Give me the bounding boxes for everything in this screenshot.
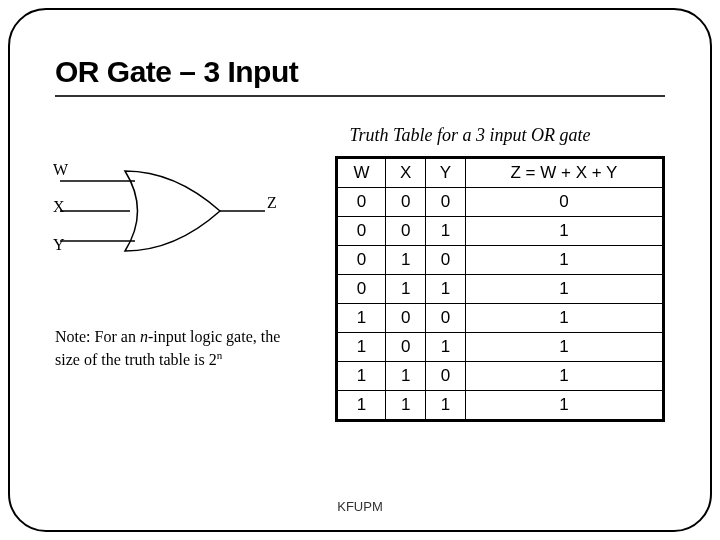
or-gate-diagram: W X Y Z [55,156,285,276]
gate-input-w: W [53,161,68,179]
cell: 1 [426,275,466,304]
cell: 1 [386,391,426,421]
cell: 0 [337,246,386,275]
cell: 0 [426,188,466,217]
cell: 1 [386,246,426,275]
cell: 0 [337,217,386,246]
note-prefix: Note: For an [55,328,140,345]
truth-table: W X Y Z = W + X + Y 0 0 0 0 0 [335,156,665,422]
gate-input-y: Y [53,236,65,254]
table-row: 0 1 1 1 [337,275,664,304]
th-z: Z = W + X + Y [465,158,663,188]
cell: 1 [386,275,426,304]
cell: 0 [337,188,386,217]
cell: 0 [386,304,426,333]
slide-footer: KFUPM [10,499,710,514]
cell: 1 [465,246,663,275]
gate-input-x: X [53,198,65,216]
th-x: X [386,158,426,188]
cell: 1 [465,275,663,304]
table-caption: Truth Table for a 3 input OR gate [275,125,665,146]
cell: 0 [386,333,426,362]
th-w: W [337,158,386,188]
cell: 0 [386,217,426,246]
cell: 1 [337,304,386,333]
cell: 0 [386,188,426,217]
truth-table-body: 0 0 0 0 0 0 1 1 0 1 0 1 [337,188,664,421]
cell: 1 [465,362,663,391]
th-y: Y [426,158,466,188]
footnote: Note: For an n-input logic gate, the siz… [55,326,305,371]
gate-output-z: Z [267,194,277,212]
cell: 1 [426,217,466,246]
cell: 0 [465,188,663,217]
cell: 0 [337,275,386,304]
table-row: 1 1 1 1 [337,391,664,421]
cell: 0 [426,362,466,391]
cell: 0 [426,304,466,333]
slide-frame: OR Gate – 3 Input Truth Table for a 3 in… [8,8,712,532]
table-row: 1 0 0 1 [337,304,664,333]
cell: 1 [337,333,386,362]
cell: 1 [465,304,663,333]
cell: 1 [465,391,663,421]
cell: 1 [337,362,386,391]
right-column: W X Y Z = W + X + Y 0 0 0 0 0 [335,156,665,422]
left-column: W X Y Z Note: For an n-input logic gate,… [55,156,305,371]
cell: 1 [426,333,466,362]
title-underline [55,95,665,97]
cell: 1 [465,217,663,246]
note-n: n [140,328,148,345]
cell: 1 [337,391,386,421]
table-row: 1 1 0 1 [337,362,664,391]
cell: 1 [465,333,663,362]
note-exp: n [217,349,223,361]
or-gate-icon [55,156,285,276]
cell: 0 [426,246,466,275]
cell: 1 [386,362,426,391]
table-row: 0 0 1 1 [337,217,664,246]
content-area: W X Y Z Note: For an n-input logic gate,… [55,156,665,422]
table-row: 0 0 0 0 [337,188,664,217]
table-row: 1 0 1 1 [337,333,664,362]
table-row: 0 1 0 1 [337,246,664,275]
slide-title: OR Gate – 3 Input [55,55,665,89]
cell: 1 [426,391,466,421]
